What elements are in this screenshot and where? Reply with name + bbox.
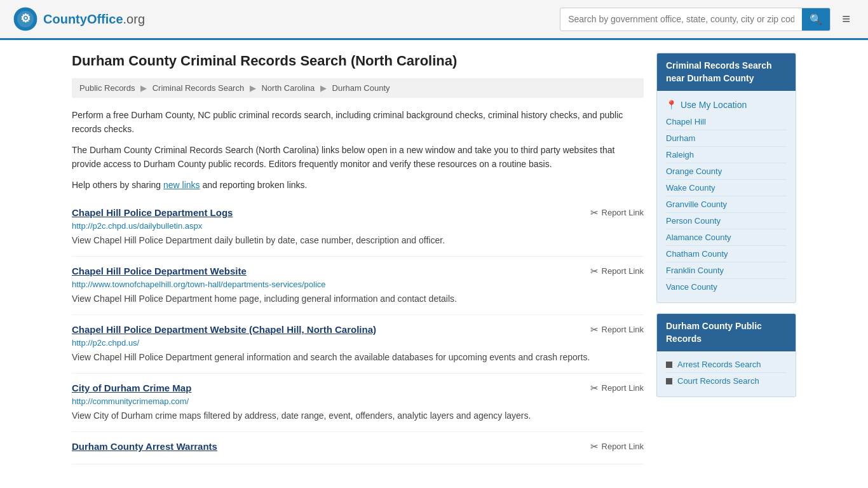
result-title[interactable]: Chapel Hill Police Department Website (C… [72, 324, 376, 335]
square-icon [666, 378, 672, 384]
result-description: View Chapel Hill Police Department gener… [72, 351, 644, 364]
sidebar-link-wake-county[interactable]: Wake County [666, 180, 787, 196]
logo-icon: ⚙ [13, 6, 38, 32]
nearby-box: Criminal Records Search near Durham Coun… [656, 53, 796, 303]
search-input[interactable] [560, 9, 802, 29]
result-title[interactable]: Durham County Arrest Warrants [72, 441, 217, 452]
result-title[interactable]: City of Durham Crime Map [72, 383, 191, 393]
breadcrumb-sep-3: ▶ [320, 83, 327, 93]
report-link-button[interactable]: ✂ Report Link [590, 383, 644, 394]
nearby-box-title: Criminal Records Search near Durham Coun… [657, 53, 796, 91]
description-2: The Durham County Criminal Records Searc… [72, 143, 644, 172]
result-url[interactable]: http://www.townofchapelhill.org/town-hal… [72, 280, 644, 289]
result-header: City of Durham Crime Map ✂ Report Link [72, 383, 644, 394]
description-3: Help others by sharing new links and rep… [72, 178, 644, 192]
page-container: Durham County Criminal Records Search (N… [59, 40, 809, 477]
result-url[interactable]: http://p2c.chpd.us/ [72, 338, 644, 348]
sidebar-link-franklin-county[interactable]: Franklin County [666, 262, 787, 279]
logo-area[interactable]: ⚙ CountyOffice.org [13, 6, 145, 32]
scissors-icon: ✂ [590, 383, 599, 394]
description-3-prefix: Help others by sharing [72, 180, 163, 190]
scissors-icon: ✂ [590, 441, 599, 452]
result-description: View City of Durham crime maps filtered … [72, 409, 644, 423]
nearby-box-content: 📍 Use My Location Chapel Hill Durham Ral… [657, 91, 796, 302]
main-content: Durham County Criminal Records Search (N… [72, 53, 644, 464]
sidebar-link-alamance-county[interactable]: Alamance County [666, 229, 787, 246]
menu-button[interactable]: ≡ [837, 8, 855, 30]
breadcrumb-sep-2: ▶ [250, 83, 256, 93]
result-description: View Chapel Hill Police Department home … [72, 292, 644, 306]
breadcrumb-link-criminal-records[interactable]: Criminal Records Search [153, 83, 245, 93]
new-links-link[interactable]: new links [163, 180, 200, 190]
result-title[interactable]: Chapel Hill Police Department Logs [72, 207, 233, 218]
breadcrumb-link-public-records[interactable]: Public Records [79, 83, 135, 93]
court-records-label: Court Records Search [677, 376, 759, 386]
result-title[interactable]: Chapel Hill Police Department Website [72, 266, 247, 276]
report-link-button[interactable]: ✂ Report Link [590, 207, 644, 219]
public-records-box-title: Durham County Public Records [657, 314, 796, 351]
arrest-records-label: Arrest Records Search [677, 360, 761, 369]
square-icon [666, 362, 672, 368]
sidebar-link-granville-county[interactable]: Granville County [666, 196, 787, 213]
result-item: Chapel Hill Police Department Website ✂ … [72, 257, 644, 315]
report-link-label: Report Link [602, 383, 644, 393]
report-link-button[interactable]: ✂ Report Link [590, 266, 644, 277]
result-url[interactable]: http://p2c.chpd.us/dailybulletin.aspx [72, 221, 644, 231]
svg-text:⚙: ⚙ [20, 12, 31, 25]
sidebar-link-durham[interactable]: Durham [666, 130, 787, 147]
page-title: Durham County Criminal Records Search (N… [72, 53, 644, 69]
scissors-icon: ✂ [590, 266, 599, 277]
search-bar: 🔍 [560, 8, 831, 31]
logo-text: CountyOffice.org [43, 12, 145, 27]
result-header: Durham County Arrest Warrants ✂ Report L… [72, 441, 644, 452]
result-item: Chapel Hill Police Department Logs ✂ Rep… [72, 198, 644, 257]
sidebar-link-person-county[interactable]: Person County [666, 213, 787, 229]
scissors-icon: ✂ [590, 207, 599, 219]
report-link-label: Report Link [602, 442, 644, 451]
report-link-label: Report Link [602, 266, 644, 276]
description-3-suffix: and reporting broken links. [200, 180, 308, 190]
results-list: Chapel Hill Police Department Logs ✂ Rep… [72, 198, 644, 464]
breadcrumb-link-north-carolina[interactable]: North Carolina [261, 83, 315, 93]
use-my-location[interactable]: 📍 Use My Location [666, 96, 787, 114]
breadcrumb-link-durham-county[interactable]: Durham County [332, 83, 390, 93]
breadcrumb: Public Records ▶ Criminal Records Search… [72, 78, 644, 98]
result-item: Durham County Arrest Warrants ✂ Report L… [72, 432, 644, 464]
result-header: Chapel Hill Police Department Logs ✂ Rep… [72, 207, 644, 219]
result-description: View Chapel Hill Police Department daily… [72, 234, 644, 247]
scissors-icon: ✂ [590, 324, 599, 336]
result-header: Chapel Hill Police Department Website ✂ … [72, 266, 644, 277]
result-item: City of Durham Crime Map ✂ Report Link h… [72, 374, 644, 432]
report-link-label: Report Link [602, 325, 644, 334]
report-link-label: Report Link [602, 208, 644, 217]
sidebar: Criminal Records Search near Durham Coun… [656, 53, 796, 464]
sidebar-link-orange-county[interactable]: Orange County [666, 163, 787, 180]
report-link-button[interactable]: ✂ Report Link [590, 441, 644, 452]
sidebar-court-records-link[interactable]: Court Records Search [666, 373, 787, 389]
site-header: ⚙ CountyOffice.org 🔍 ≡ [0, 0, 868, 40]
result-header: Chapel Hill Police Department Website (C… [72, 324, 644, 336]
result-item: Chapel Hill Police Department Website (C… [72, 315, 644, 374]
use-my-location-label: Use My Location [681, 100, 747, 110]
sidebar-link-raleigh[interactable]: Raleigh [666, 147, 787, 163]
public-records-links: Arrest Records Search Court Records Sear… [657, 351, 796, 396]
description-1: Perform a free Durham County, NC public … [72, 108, 644, 137]
sidebar-link-vance-county[interactable]: Vance County [666, 279, 787, 295]
sidebar-link-chatham-county[interactable]: Chatham County [666, 246, 787, 262]
header-right: 🔍 ≡ [560, 8, 855, 31]
result-url[interactable]: http://communitycrimemap.com/ [72, 396, 644, 406]
breadcrumb-sep-1: ▶ [140, 83, 147, 93]
location-pin-icon: 📍 [666, 100, 677, 110]
sidebar-arrest-records-link[interactable]: Arrest Records Search [666, 356, 787, 373]
search-button[interactable]: 🔍 [802, 8, 830, 30]
public-records-box: Durham County Public Records Arrest Reco… [656, 313, 796, 397]
report-link-button[interactable]: ✂ Report Link [590, 324, 644, 336]
sidebar-link-chapel-hill[interactable]: Chapel Hill [666, 114, 787, 130]
